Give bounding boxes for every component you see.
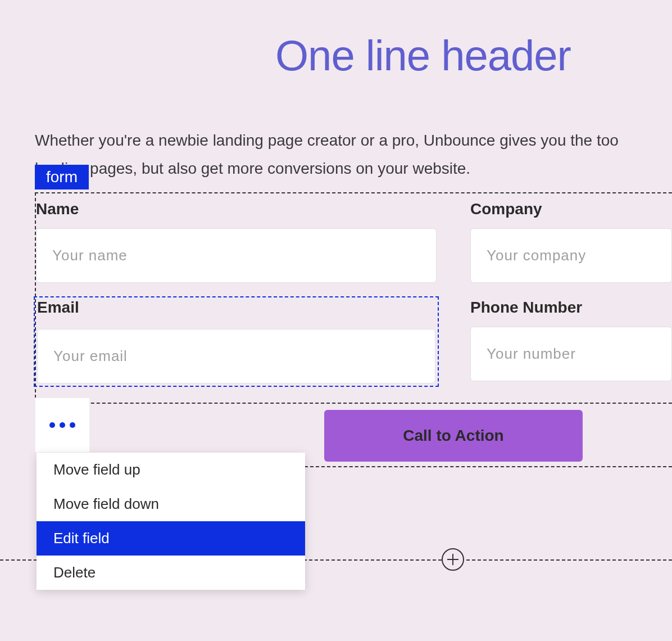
form-field-phone[interactable]: Phone Number [470,299,672,387]
email-label: Email [35,297,438,317]
form-field-name[interactable]: Name [36,200,437,283]
page-title[interactable]: One line header [275,31,571,80]
email-input[interactable] [37,329,435,383]
form-field-company[interactable]: Company [470,200,672,283]
field-context-menu: Move field up Move field down Edit field… [37,453,305,590]
email-field-selected-wrapper: Email [34,296,439,387]
form-container[interactable]: Name Company Email Phone Number [35,192,672,404]
name-label: Name [36,200,437,218]
company-label: Company [470,200,672,218]
menu-item-move-down[interactable]: Move field down [37,487,305,521]
company-input[interactable] [470,228,672,283]
menu-item-edit-field[interactable]: Edit field [37,521,305,556]
page-subheader[interactable]: Whether you're a newbie landing page cre… [35,127,619,183]
cta-button[interactable]: Call to Action [324,410,583,462]
phone-input[interactable] [470,327,672,381]
form-field-email[interactable]: Email [36,299,437,387]
menu-item-delete[interactable]: Delete [37,556,305,590]
form-bottom-border [305,466,672,467]
menu-item-move-up[interactable]: Move field up [37,453,305,487]
phone-label: Phone Number [470,299,672,317]
more-options-button[interactable] [35,398,90,453]
name-input[interactable] [36,228,437,283]
add-section-button[interactable] [442,548,464,571]
form-element-tag[interactable]: form [35,165,89,189]
subheader-line-2: landing pages, but also get more convers… [35,155,619,183]
more-dots-icon [49,422,75,428]
subheader-line-1: Whether you're a newbie landing page cre… [35,127,619,155]
